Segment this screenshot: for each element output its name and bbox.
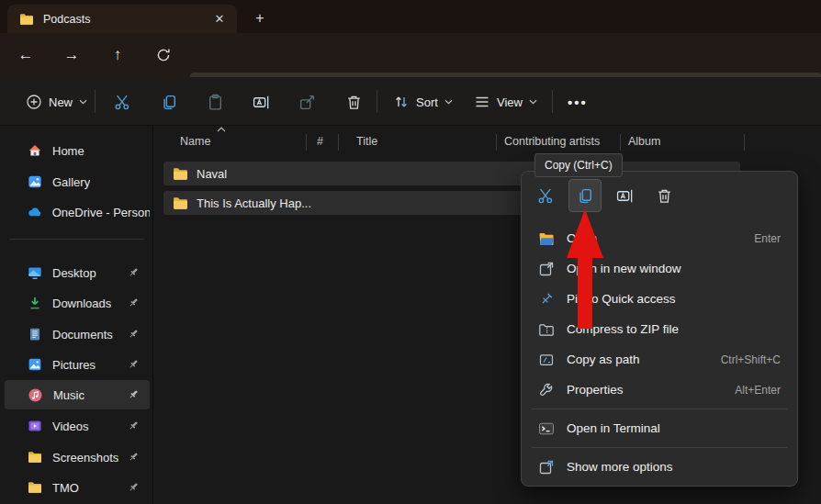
pin-icon [127,327,141,341]
copy-icon [577,187,594,205]
copy-as-path-icon [538,352,555,368]
column-divider[interactable] [338,134,339,151]
sidebar-item-gallery[interactable]: Gallery [5,167,150,196]
delete-icon [656,187,673,205]
folder-icon [19,12,34,27]
toolbar-divider [552,90,553,113]
wrench-icon [538,382,555,398]
menu-item-compress-to-zip[interactable]: Compress to ZIP file [526,314,793,344]
navigation-pane: Home Gallery › OneDrive - Persona Deskto… [0,126,153,504]
menu-divider [532,447,787,448]
delete-icon [345,94,363,111]
pin-icon [127,450,141,464]
sidebar-item-pictures[interactable]: Pictures [5,350,150,379]
desktop-icon [28,265,42,280]
pin-icon [127,419,141,432]
sidebar-item-documents[interactable]: Documents [5,319,150,349]
share-icon [298,94,316,111]
sidebar-item-label: Screenshots [52,451,118,465]
column-divider[interactable] [306,134,307,151]
menu-shortcut: Enter [754,232,781,245]
copy-button[interactable] [155,89,184,115]
pin-icon [127,357,141,371]
see-more-button[interactable]: ••• [562,89,593,115]
sidebar-item-tmo[interactable]: TMO [5,473,150,502]
context-menu-items: Open Enter Open in new window Pin to Qui… [526,223,793,482]
refresh-button[interactable] [152,43,175,67]
pin-icon [538,291,555,308]
sidebar-item-home[interactable]: Home [5,136,150,165]
column-header-album[interactable]: Album [628,135,660,148]
explorer-tab[interactable]: Podcasts ✕ [7,5,237,33]
column-divider[interactable] [496,134,497,151]
show-more-options-icon [538,459,555,476]
menu-item-pin-to-quick-access[interactable]: Pin to Quick access [526,284,793,314]
videos-icon [28,419,42,433]
menu-item-show-more-options[interactable]: Show more options [526,452,793,482]
sidebar-item-label: Desktop [52,266,96,280]
column-header-name[interactable]: Name [180,135,210,148]
cut-button[interactable] [108,89,137,115]
back-button[interactable]: ← [14,43,38,67]
sort-button[interactable]: Sort [388,89,458,115]
delete-button[interactable] [340,89,368,115]
column-header-contributing-artists[interactable]: Contributing artists [504,135,600,148]
rename-button[interactable] [247,89,276,115]
sidebar-item-onedrive[interactable]: › OneDrive - Persona [5,197,150,227]
sidebar-divider [9,239,144,240]
paste-button[interactable] [201,89,230,115]
plus-circle-icon [26,94,42,110]
sidebar-item-videos[interactable]: Videos [5,411,150,441]
forward-button[interactable]: → [60,43,84,67]
new-tab-button[interactable]: + [250,8,270,28]
delete-quick-action[interactable] [647,179,680,212]
share-button[interactable] [293,89,321,115]
column-divider[interactable] [744,134,745,151]
chevron-down-icon [79,99,87,105]
command-toolbar: New Sort View [0,77,821,126]
menu-item-label: Open [567,231,597,245]
pin-icon [127,387,141,401]
up-button[interactable]: ↑ [106,43,129,67]
sidebar-item-downloads[interactable]: Downloads [5,288,150,318]
cut-quick-action[interactable] [529,179,562,212]
menu-item-open[interactable]: Open Enter [526,223,793,253]
view-icon [474,94,490,110]
cut-icon [114,94,131,111]
sidebar-item-screenshots[interactable]: Screenshots [5,442,150,472]
menu-shortcut: Ctrl+Shift+C [721,353,781,366]
column-header-number[interactable]: # [317,135,323,148]
sidebar-item-label: Videos [52,420,89,433]
pin-icon [127,480,141,494]
sidebar-item-label: OneDrive - Persona [52,206,150,219]
rename-quick-action[interactable] [608,179,641,212]
sidebar-item-desktop[interactable]: Desktop [5,258,150,287]
menu-item-copy-as-path[interactable]: Copy as path Ctrl+Shift+C [526,344,793,375]
column-header-title[interactable]: Title [356,135,377,148]
rename-icon [253,94,270,111]
onedrive-cloud-icon [28,205,42,220]
sidebar-item-label: TMO [52,481,79,495]
column-divider[interactable] [620,134,621,151]
sidebar-item-label: Downloads [52,297,111,310]
menu-item-label: Properties [567,383,624,397]
sidebar-item-label: Home [52,144,84,158]
paste-icon [207,94,224,111]
title-bar: Podcasts ✕ + [0,0,821,33]
copy-quick-action[interactable] [568,179,602,212]
open-new-window-icon [538,261,555,277]
file-explorer-window: Podcasts ✕ + ← → ↑ › Music › iTunes › iT… [0,0,821,504]
menu-shortcut: Alt+Enter [735,384,781,397]
view-button[interactable]: View [468,89,543,115]
tab-close-icon[interactable]: ✕ [211,11,228,28]
documents-icon [28,327,42,342]
copy-tooltip: Copy (Ctrl+C) [534,153,623,177]
pin-icon [127,296,141,309]
sidebar-item-music[interactable]: Music [5,380,150,409]
menu-item-properties[interactable]: Properties Alt+Enter [526,375,793,405]
sidebar-item-label: Documents [52,328,113,342]
new-button[interactable]: New [20,89,93,115]
menu-item-open-in-terminal[interactable]: Open in Terminal [526,413,793,443]
menu-item-open-in-new-window[interactable]: Open in new window [526,253,793,284]
music-icon [28,387,43,403]
